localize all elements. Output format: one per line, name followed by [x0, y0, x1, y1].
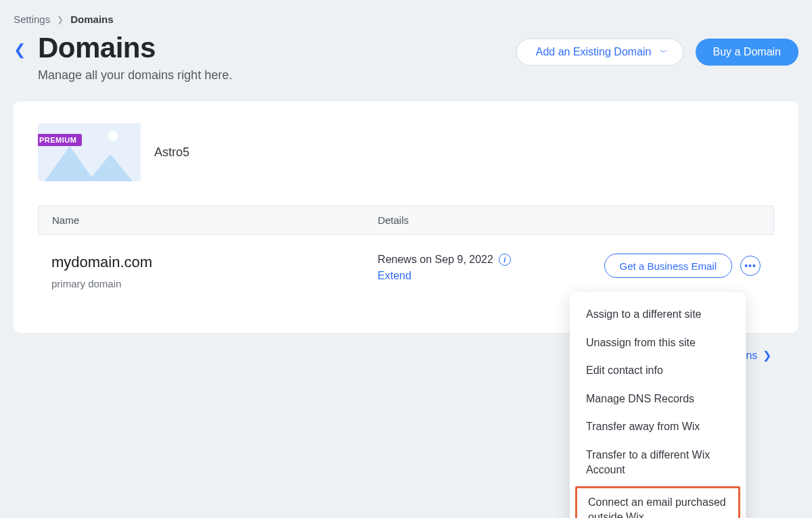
chevron-right-icon: ❯ [57, 15, 64, 24]
menu-connect-email[interactable]: Connect an email purchased outside Wix [575, 486, 740, 518]
page-subtitle: Manage all your domains right here. [38, 68, 232, 83]
mountains-icon [38, 150, 141, 181]
sun-icon [108, 131, 118, 141]
add-existing-domain-label: Add an Existing Domain [536, 46, 652, 58]
menu-assign-different-site[interactable]: Assign to a different site [570, 300, 746, 329]
table-header: Name Details [38, 206, 774, 235]
info-icon[interactable]: i [499, 254, 511, 266]
breadcrumb: Settings ❯ Domains [14, 14, 798, 25]
chevron-down-icon: ﹀ [660, 47, 668, 58]
domain-name: mydomain.com [51, 254, 378, 271]
premium-badge: PREMIUM [38, 134, 82, 146]
site-thumbnail: PREMIUM [38, 123, 141, 181]
menu-unassign-site[interactable]: Unassign from this site [570, 329, 746, 357]
extend-link[interactable]: Extend [378, 270, 411, 282]
renews-text: Renews on Sep 9, 2022 [378, 254, 493, 266]
back-arrow-icon[interactable]: ❮ [14, 41, 26, 59]
more-actions-button[interactable]: ••• [740, 256, 761, 276]
buy-domain-button[interactable]: Buy a Domain [696, 39, 799, 66]
menu-transfer-account[interactable]: Transfer to a different Wix Account [570, 441, 746, 484]
site-name: Astro5 [154, 145, 189, 160]
column-header-details: Details [378, 214, 760, 226]
breadcrumb-parent[interactable]: Settings [14, 14, 50, 25]
add-existing-domain-button[interactable]: Add an Existing Domain ﹀ [516, 39, 683, 66]
menu-manage-dns[interactable]: Manage DNS Records [570, 385, 746, 413]
more-actions-menu: Assign to a different site Unassign from… [570, 292, 746, 518]
menu-transfer-away[interactable]: Transfer away from Wix [570, 413, 746, 441]
menu-edit-contact[interactable]: Edit contact info [570, 356, 746, 385]
column-header-name: Name [52, 214, 378, 226]
primary-domain-label: primary domain [51, 278, 378, 289]
breadcrumb-current: Domains [70, 14, 113, 25]
get-business-email-button[interactable]: Get a Business Email [604, 254, 732, 278]
buy-domain-label: Buy a Domain [713, 46, 782, 58]
page-title: Domains [38, 32, 232, 64]
chevron-right-icon: ❯ [763, 349, 771, 362]
